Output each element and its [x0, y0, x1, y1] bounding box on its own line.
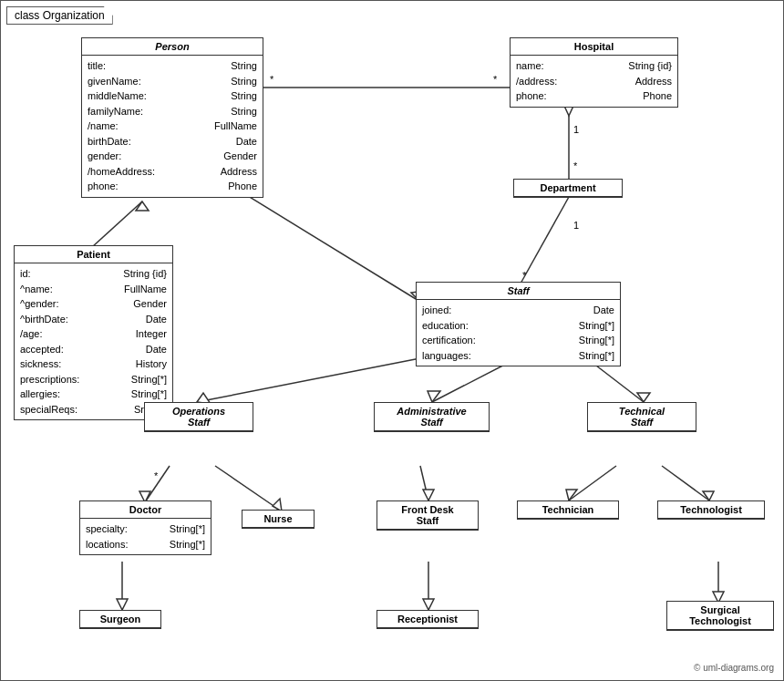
class-person: Person title:String givenName:String mid…	[81, 37, 263, 198]
class-administrative-staff: AdministrativeStaff	[374, 402, 490, 432]
class-technologist: Technologist	[657, 500, 765, 520]
class-patient-body: id:String {id} ^name:FullName ^gender:Ge…	[15, 263, 172, 419]
class-staff: Staff joined:Date education:String[*] ce…	[416, 282, 621, 366]
class-patient-name: Patient	[15, 246, 172, 263]
svg-text:*: *	[573, 160, 578, 171]
svg-line-22	[215, 466, 282, 511]
svg-marker-33	[423, 599, 434, 610]
class-front-desk-staff-name: Front DeskStaff	[377, 501, 478, 530]
class-hospital: Hospital name:String {id} /address:Addre…	[510, 37, 678, 108]
class-patient: Patient id:String {id} ^name:FullName ^g…	[14, 245, 173, 420]
class-hospital-body: name:String {id} /address:Address phone:…	[511, 56, 677, 107]
class-doctor: Doctor specialty:String[*] locations:Str…	[79, 500, 211, 555]
svg-text:*: *	[493, 74, 498, 85]
class-receptionist: Receptionist	[377, 610, 479, 629]
class-technician-name: Technician	[518, 501, 618, 519]
class-staff-name: Staff	[417, 283, 620, 300]
class-operations-staff-name: OperationsStaff	[145, 403, 253, 431]
svg-line-28	[662, 466, 709, 500]
svg-marker-31	[117, 599, 128, 610]
class-surgical-technologist-name: SurgicalTechnologist	[667, 602, 773, 630]
svg-line-24	[420, 466, 428, 500]
class-department-name: Department	[514, 180, 622, 197]
diagram-canvas: class Organization * * 1 * 1 *	[0, 0, 784, 681]
class-receptionist-name: Receptionist	[377, 611, 478, 628]
svg-marker-17	[428, 391, 440, 402]
svg-line-7	[521, 197, 569, 284]
svg-text:*: *	[154, 470, 159, 481]
class-technical-staff: TechnicalStaff	[587, 402, 696, 432]
class-technician: Technician	[517, 500, 619, 520]
class-doctor-body: specialty:String[*] locations:String[*]	[80, 519, 211, 554]
svg-text:1: 1	[573, 220, 579, 231]
class-administrative-staff-name: AdministrativeStaff	[375, 403, 489, 431]
svg-text:1: 1	[573, 124, 579, 135]
diagram-title: class Organization	[6, 6, 113, 25]
class-technologist-name: Technologist	[658, 501, 764, 519]
class-surgical-technologist: SurgicalTechnologist	[666, 601, 774, 631]
class-technical-staff-name: TechnicalStaff	[588, 403, 696, 431]
svg-marker-29	[703, 491, 714, 500]
svg-text:*: *	[522, 270, 527, 281]
class-operations-staff: OperationsStaff	[144, 402, 253, 432]
svg-text:*: *	[270, 74, 274, 85]
class-department: Department	[513, 179, 623, 198]
class-person-name: Person	[82, 38, 263, 56]
svg-marker-19	[637, 393, 650, 402]
class-nurse: Nurse	[242, 510, 315, 529]
class-surgeon-name: Surgeon	[80, 611, 160, 628]
class-staff-body: joined:Date education:String[*] certific…	[417, 300, 620, 366]
svg-marker-11	[136, 201, 149, 211]
svg-marker-27	[566, 490, 577, 500]
svg-line-14	[197, 356, 429, 402]
class-nurse-name: Nurse	[242, 511, 314, 528]
class-surgeon: Surgeon	[79, 610, 161, 629]
class-front-desk-staff: Front DeskStaff	[377, 500, 479, 531]
svg-line-26	[569, 466, 616, 500]
class-doctor-name: Doctor	[80, 501, 211, 519]
svg-line-20	[145, 466, 170, 502]
class-person-body: title:String givenName:String middleName…	[82, 56, 263, 197]
copyright: © uml-diagrams.org	[694, 663, 774, 673]
class-hospital-name: Hospital	[511, 38, 677, 56]
svg-marker-25	[423, 490, 434, 500]
svg-line-10	[92, 201, 142, 247]
